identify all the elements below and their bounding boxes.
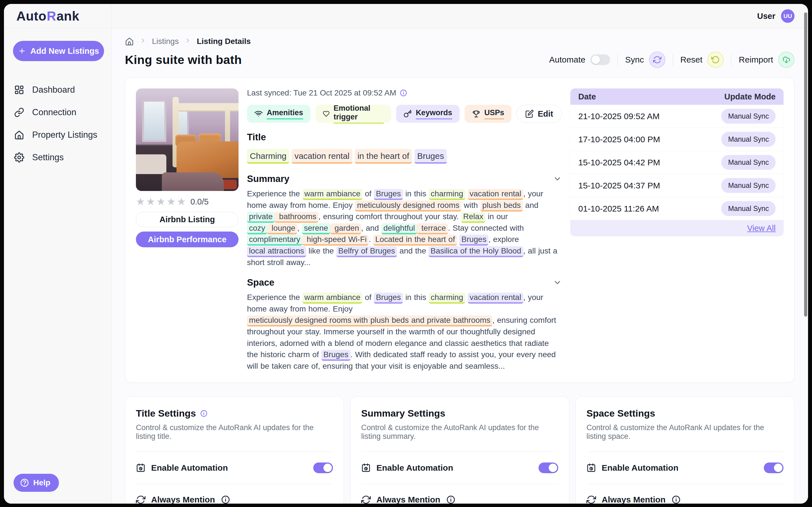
airbnb-performance-button[interactable]: Airbnb Performance (136, 231, 239, 247)
sidebar-item-connection[interactable]: Connection (4, 101, 111, 124)
gear-icon (14, 152, 24, 163)
divider (136, 484, 333, 484)
avatar[interactable]: UU (781, 9, 795, 23)
sidebar-item-label: Dashboard (32, 85, 75, 95)
enable-automation-row: Enable Automation (587, 462, 783, 473)
reimport-button[interactable] (778, 52, 795, 68)
logo-suffix: ank (56, 9, 79, 23)
automate-label: Automate (549, 55, 585, 64)
table-row: 17-10-2025 04:00 PM Manual Sync (570, 128, 783, 151)
sync-button[interactable] (649, 52, 665, 68)
breadcrumb: Listings Listing Details (125, 37, 795, 46)
always-mention-label: Always Mention (602, 495, 666, 504)
breadcrumb-current: Listing Details (197, 37, 251, 46)
title-settings-card: Title Settings Control & customize the A… (125, 396, 344, 504)
edit-pencil-icon (525, 110, 534, 118)
info-icon[interactable] (200, 409, 208, 417)
listing-photo[interactable] (136, 89, 239, 191)
sidebar-nav: Dashboard Connection Property Listings S… (4, 78, 111, 169)
space-section-header: Space (247, 277, 562, 288)
usps-chip[interactable]: USPs (465, 105, 512, 123)
sync-control: Sync (625, 52, 665, 68)
column-header-update-mode: Update Mode (724, 92, 776, 101)
listing-card: ★★★★★ 0.0/5 Airbnb Listing Airbnb Perfor… (125, 77, 795, 383)
reset-button[interactable] (707, 52, 724, 68)
always-mention-label: Always Mention (376, 495, 441, 504)
sync-date: 01-10-2025 11:26 AM (578, 204, 659, 214)
sidebar-item-settings[interactable]: Settings (4, 146, 111, 169)
link-icon (14, 107, 24, 117)
section-title: Summary (247, 173, 289, 184)
sync-history-table: Date Update Mode 21-10-2025 09:52 AM Man… (570, 89, 783, 236)
automate-toggle[interactable] (591, 54, 610, 65)
sidebar-item-label: Settings (32, 152, 64, 163)
last-synced: Last synced: Tue 21 Oct 2025 at 09:52 AM (247, 89, 562, 98)
sidebar-item-property-listings[interactable]: Property Listings (4, 124, 111, 146)
last-synced-text: Last synced: Tue 21 Oct 2025 at 09:52 AM (247, 89, 396, 98)
scrollbar[interactable] (804, 12, 807, 317)
chip-label: Amenities (267, 108, 303, 119)
user-label: User (757, 11, 776, 21)
divider (361, 484, 558, 484)
card-description: Control & customize the AutoRank AI upda… (136, 424, 333, 441)
page-title: King suite with bath (125, 53, 242, 67)
view-all-link[interactable]: View All (747, 224, 776, 233)
sidebar-item-dashboard[interactable]: Dashboard (4, 78, 111, 101)
info-icon[interactable] (671, 495, 681, 504)
always-mention-row: Always Mention (361, 495, 558, 504)
info-icon[interactable] (400, 89, 407, 97)
listing-title-text: Charming vacation rental in the heart of… (247, 148, 562, 165)
main-area: User UU Listings Listing Details King su… (112, 4, 808, 504)
star-rating-icons: ★★★★★ (136, 196, 187, 207)
enable-automation-label: Enable Automation (376, 463, 453, 473)
reset-control: Reset (680, 52, 724, 68)
home-icon[interactable] (125, 37, 134, 46)
reset-label: Reset (680, 55, 702, 64)
chip-label: Emotional trigger (334, 104, 384, 124)
card-title: Space Settings (587, 408, 655, 419)
enable-automation-toggle[interactable] (313, 462, 333, 473)
wifi-icon (254, 110, 263, 118)
chevron-right-icon (140, 37, 146, 46)
chevron-right-icon (185, 37, 191, 46)
emotional-trigger-chip[interactable]: Emotional trigger (315, 105, 391, 123)
enable-automation-row: Enable Automation (136, 462, 333, 473)
add-new-listings-button[interactable]: Add New Listings (13, 41, 104, 61)
reimport-label: Reimport (739, 55, 773, 64)
help-label: Help (33, 478, 50, 487)
listing-details: Last synced: Tue 21 Oct 2025 at 09:52 AM… (247, 89, 562, 372)
chevron-down-icon[interactable] (553, 174, 562, 183)
enable-automation-row: Enable Automation (361, 462, 558, 473)
chip-label: USPs (485, 108, 504, 119)
info-icon[interactable] (221, 495, 231, 504)
cloud-download-icon (782, 55, 791, 64)
info-icon[interactable] (446, 495, 456, 504)
chevron-down-icon[interactable] (553, 278, 562, 287)
rating-row: ★★★★★ 0.0/5 (136, 196, 239, 207)
update-mode-badge: Manual Sync (721, 201, 776, 216)
listing-space-text: Experience the warm ambiance of Bruges i… (247, 292, 562, 372)
divider (617, 54, 618, 66)
breadcrumb-listings[interactable]: Listings (152, 37, 179, 46)
topbar: User UU (112, 4, 808, 29)
refresh-icon (136, 495, 146, 504)
dashboard-icon (14, 85, 24, 95)
sync-history-column: Date Update Mode 21-10-2025 09:52 AM Man… (570, 89, 783, 236)
table-row: 21-10-2025 09:52 AM Manual Sync (570, 105, 783, 128)
always-mention-row: Always Mention (136, 495, 333, 504)
enable-automation-toggle[interactable] (764, 462, 783, 473)
amenities-chip[interactable]: Amenities (247, 105, 310, 123)
airbnb-listing-button[interactable]: Airbnb Listing (136, 212, 239, 227)
sync-date: 17-10-2025 04:00 PM (578, 135, 660, 144)
update-mode-badge: Manual Sync (721, 132, 776, 147)
help-circle-icon (20, 478, 29, 488)
sync-date: 15-10-2025 04:37 PM (578, 181, 660, 190)
edit-button[interactable]: Edit (516, 105, 562, 123)
highlight-legend: Amenities Emotional trigger Keywords (247, 105, 562, 123)
refresh-icon (361, 495, 371, 504)
settings-row: Title Settings Control & customize the A… (125, 396, 795, 504)
calendar-clock-icon (587, 463, 596, 473)
enable-automation-toggle[interactable] (539, 462, 558, 473)
help-button[interactable]: Help (13, 474, 59, 492)
keywords-chip[interactable]: Keywords (396, 105, 460, 123)
